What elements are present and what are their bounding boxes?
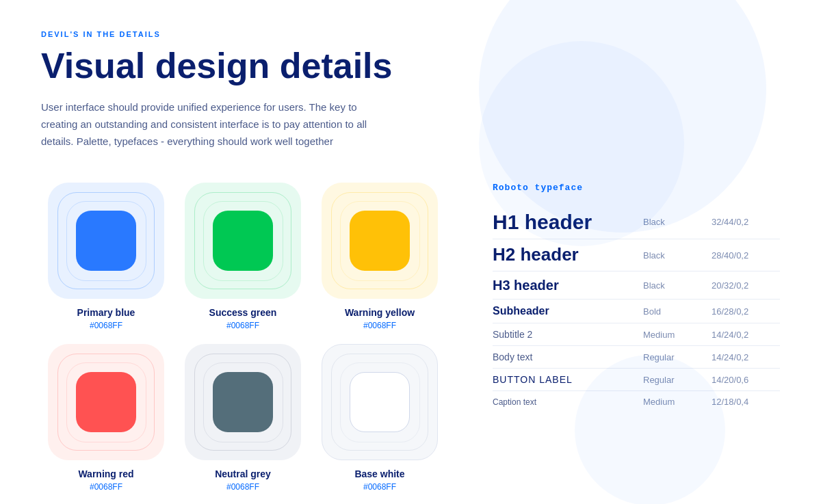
type-spec-button: 14/20/0,6: [712, 375, 780, 385]
type-weight-h3: Black: [643, 280, 712, 291]
color-hex-success-green: #0068FF: [226, 321, 259, 330]
type-name-body: Body text: [493, 352, 643, 362]
color-item-warning-red: Warning red #0068FF: [41, 344, 171, 492]
type-row-h2: H2 header Black 28/40/0,2: [493, 239, 780, 271]
type-spec-body: 14/24/0,2: [712, 352, 780, 362]
type-spec-h3: 20/32/0,2: [712, 280, 780, 291]
type-spec-subheader: 16/28/0,2: [712, 306, 780, 317]
page-wrapper: DEVIL'S IN THE DETAILS Visual design det…: [0, 0, 821, 504]
color-item-warning-yellow: Warning yellow #0068FF: [315, 183, 445, 330]
type-name-h2: H2 header: [493, 245, 643, 265]
color-name-base-white: Base white: [354, 468, 404, 479]
swatch-success-green: [185, 183, 301, 299]
type-weight-body: Regular: [643, 352, 712, 362]
type-row-subtitle2: Subtitle 2 Medium 14/24/0,2: [493, 323, 780, 346]
color-item-neutral-grey: Neutral grey #0068FF: [178, 344, 308, 492]
color-item-success-green: Success green #0068FF: [178, 183, 308, 330]
page-title: Visual design details: [41, 47, 780, 85]
color-grid: Primary blue #0068FF Success green #0068…: [41, 183, 445, 492]
type-row-h1: H1 header Black 32/44/0,2: [493, 205, 780, 239]
swatch-primary-blue: [48, 183, 164, 299]
color-name-success-green: Success green: [209, 307, 277, 318]
header-section: DEVIL'S IN THE DETAILS Visual design det…: [41, 30, 780, 150]
type-name-h1: H1 header: [493, 211, 643, 233]
swatch-warning-red: [48, 344, 164, 460]
swatch-circle-warning-yellow: [350, 211, 410, 271]
color-hex-base-white: #0068FF: [363, 482, 396, 492]
type-row-h3: H3 header Black 20/32/0,2: [493, 271, 780, 300]
type-weight-subheader: Bold: [643, 306, 712, 317]
type-weight-subtitle2: Medium: [643, 330, 712, 340]
type-name-button: BUTTON LABEL: [493, 374, 643, 385]
type-spec-subtitle2: 14/24/0,2: [712, 330, 780, 340]
typeface-label: Roboto typeface: [493, 183, 780, 193]
swatch-warning-yellow: [322, 183, 438, 299]
swatch-circle-neutral-grey: [213, 372, 273, 432]
color-hex-warning-yellow: #0068FF: [363, 321, 396, 330]
swatch-neutral-grey: [185, 344, 301, 460]
color-item-base-white: Base white #0068FF: [315, 344, 445, 492]
type-name-h3: H3 header: [493, 277, 643, 293]
color-name-neutral-grey: Neutral grey: [215, 468, 271, 479]
type-row-subheader: Subheader Bold 16/28/0,2: [493, 300, 780, 323]
type-weight-h1: Black: [643, 217, 712, 227]
swatch-circle-success-green: [213, 211, 273, 271]
swatch-circle-warning-red: [76, 372, 136, 432]
type-weight-h2: Black: [643, 250, 712, 261]
color-item-primary-blue: Primary blue #0068FF: [41, 183, 171, 330]
type-spec-caption: 12/18/0,4: [712, 397, 780, 407]
color-hex-neutral-grey: #0068FF: [226, 482, 259, 492]
typography-section: Roboto typeface H1 header Black 32/44/0,…: [479, 183, 780, 412]
color-name-warning-yellow: Warning yellow: [345, 307, 415, 318]
type-name-subheader: Subheader: [493, 305, 643, 317]
type-row-body: Body text Regular 14/24/0,2: [493, 346, 780, 369]
type-spec-h1: 32/44/0,2: [712, 217, 780, 227]
color-name-primary-blue: Primary blue: [77, 307, 135, 318]
bottom-section: Primary blue #0068FF Success green #0068…: [41, 183, 780, 492]
type-weight-button: Regular: [643, 375, 712, 385]
type-name-caption: Caption text: [493, 397, 643, 407]
section-label: DEVIL'S IN THE DETAILS: [41, 30, 780, 38]
color-hex-warning-red: #0068FF: [90, 482, 122, 492]
swatch-circle-base-white: [350, 372, 410, 432]
type-row-caption: Caption text Medium 12/18/0,4: [493, 391, 780, 412]
swatch-base-white: [322, 344, 438, 460]
color-hex-primary-blue: #0068FF: [90, 321, 122, 330]
type-name-subtitle2: Subtitle 2: [493, 329, 643, 340]
color-name-warning-red: Warning red: [78, 468, 133, 479]
type-weight-caption: Medium: [643, 397, 712, 407]
swatch-circle-primary-blue: [76, 211, 136, 271]
page-description: User interface should provide unified ex…: [41, 99, 369, 150]
type-spec-h2: 28/40/0,2: [712, 250, 780, 261]
type-row-button: BUTTON LABEL Regular 14/20/0,6: [493, 369, 780, 391]
